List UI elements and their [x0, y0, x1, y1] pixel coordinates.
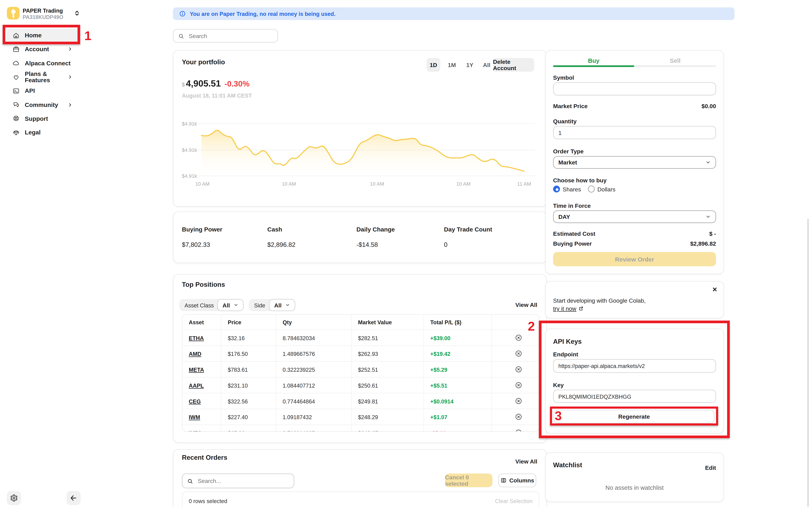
banner-text: You are on Paper Trading, no real money …	[190, 11, 336, 17]
colab-try-link[interactable]: try it now	[553, 305, 576, 312]
price-value: $322.56	[228, 398, 248, 404]
range-button-all[interactable]: All	[479, 58, 494, 72]
alpaca-logo-icon	[7, 7, 19, 19]
search-input[interactable]	[188, 32, 269, 40]
side-filter-select[interactable]: All	[269, 299, 295, 311]
collapse-sidebar-button[interactable]	[66, 491, 80, 505]
stat-value: 0	[444, 241, 492, 248]
sidebar-item-support[interactable]: Support	[7, 112, 77, 125]
delete-account-button[interactable]: Delete Account	[493, 58, 534, 72]
orders-view-all-link[interactable]: View All	[515, 458, 537, 464]
orders-search[interactable]	[182, 473, 294, 489]
close-position-icon[interactable]	[515, 334, 523, 342]
asset-class-filter-label: Asset Class	[179, 299, 219, 311]
account-switcher-icon[interactable]	[74, 9, 80, 17]
chat-icon	[13, 101, 19, 108]
portfolio-timestamp: August 18, 11:01 AM CEST	[182, 92, 252, 99]
range-button-1y[interactable]: 1Y	[463, 58, 477, 72]
estimated-cost-value: $ -	[709, 230, 716, 237]
settings-button[interactable]	[7, 491, 21, 505]
cancel-selected-button[interactable]: Cancel 0 selected	[445, 473, 492, 487]
radio-shares[interactable]	[553, 186, 560, 192]
sidebar-item-plans-features[interactable]: Plans & Features	[7, 70, 77, 84]
column-header-qty: Qty	[276, 315, 352, 330]
range-button-1d[interactable]: 1D	[427, 58, 440, 72]
x-tick: 11 AM	[513, 181, 536, 187]
asset-link[interactable]: IWM	[189, 414, 200, 420]
column-header-total-p-l-: Total P/L ($)	[424, 315, 492, 330]
sidebar-item-alpaca-connect[interactable]: Alpaca Connect	[7, 56, 77, 70]
radio-dollars[interactable]	[588, 186, 595, 192]
close-position-icon[interactable]	[515, 349, 523, 357]
asset-class-filter-select[interactable]: All	[217, 299, 244, 311]
tif-select[interactable]: DAY	[553, 210, 716, 223]
stat-label: Day Trade Count	[444, 226, 492, 232]
qty-value: 0.710914995	[283, 430, 315, 432]
asset-link[interactable]: INTC	[189, 430, 202, 432]
position-row-etha: ETHA$32.168.784632034$282.51+$39.00	[182, 330, 539, 345]
asset-link[interactable]: AMD	[189, 350, 201, 357]
y-tick: $4.91k	[182, 121, 197, 126]
position-row-ceg: CEG$322.560.774464864$249.81+$0.0914	[182, 393, 539, 409]
orders-search-input[interactable]	[197, 477, 286, 485]
x-tick: 10 AM	[191, 181, 214, 187]
close-position-icon[interactable]	[515, 429, 523, 432]
price-value: $227.40	[228, 414, 248, 420]
price-value: $783.61	[228, 366, 248, 373]
sidebar-item-account[interactable]: Account	[7, 42, 77, 56]
asset-link[interactable]: AAPL	[189, 382, 204, 388]
tif-value: DAY	[558, 214, 570, 220]
y-tick: $4.91k	[182, 173, 197, 178]
range-button-1m[interactable]: 1M	[445, 58, 459, 72]
radio-dollars-label: Dollars	[597, 186, 616, 192]
sidebar-item-community[interactable]: Community	[7, 98, 77, 112]
qty-value: 0.774464864	[283, 398, 315, 404]
asset-link[interactable]: ETHA	[189, 335, 204, 341]
price-value: $25.06	[228, 430, 245, 432]
positions-view-all-link[interactable]: View All	[515, 301, 537, 308]
sidebar-item-api[interactable]: API	[7, 84, 77, 98]
columns-button[interactable]: Columns	[498, 473, 536, 487]
asset-link[interactable]: META	[189, 366, 204, 373]
tab-sell[interactable]: Sell	[634, 57, 716, 64]
portfolio-value-row: $ 4,905.51 -0.30%	[182, 79, 249, 89]
ticket-buying-power-label: Buying Power	[553, 240, 592, 247]
qty-value: 8.784632034	[283, 335, 315, 341]
asset-link[interactable]: CEG	[189, 398, 201, 404]
brand-logo	[7, 7, 19, 19]
quantity-label: Quantity	[553, 118, 577, 124]
market-value: $252.51	[358, 366, 378, 373]
watchlist-title: Watchlist	[553, 461, 582, 469]
market-price-label: Market Price	[553, 103, 587, 109]
sidebar-item-label: Legal	[25, 129, 41, 135]
close-position-icon[interactable]	[515, 381, 523, 389]
close-icon[interactable]: ×	[712, 285, 717, 294]
brand-account-id: PA318KUDP49O	[23, 14, 63, 20]
sidebar-item-legal[interactable]: Legal	[7, 125, 77, 139]
watchlist-edit-button[interactable]: Edit	[705, 464, 716, 471]
close-position-icon[interactable]	[515, 365, 523, 373]
qty-value: 1.489667576	[283, 350, 315, 357]
stat-value: $7,802.33	[182, 241, 222, 248]
global-search[interactable]	[173, 29, 278, 43]
tif-label: Time in Force	[553, 203, 591, 209]
clear-selection-button[interactable]: Clear Selection	[495, 498, 533, 504]
colab-card: × Start developing with Google Colab, tr…	[545, 281, 724, 318]
page-scrollbar[interactable]	[807, 219, 809, 507]
search-icon	[187, 478, 193, 484]
close-position-icon[interactable]	[515, 413, 523, 421]
how-to-buy-label: Choose how to buy	[553, 177, 606, 183]
columns-button-label: Columns	[509, 477, 534, 484]
market-price-value: $0.00	[701, 103, 716, 109]
tab-buy[interactable]: Buy	[553, 57, 634, 64]
chevron-right-icon	[67, 47, 73, 52]
close-position-icon[interactable]	[515, 397, 523, 405]
review-order-button[interactable]: Review Order	[553, 252, 716, 266]
order-type-select[interactable]: Market	[553, 156, 716, 169]
stat-value: -$14.58	[356, 241, 395, 248]
stat-label: Buying Power	[182, 226, 222, 232]
symbol-input[interactable]	[553, 82, 716, 95]
quantity-input[interactable]	[553, 126, 716, 139]
radio-shares-label: Shares	[563, 186, 581, 192]
stat-day-trade-count: Day Trade Count0	[444, 226, 492, 248]
